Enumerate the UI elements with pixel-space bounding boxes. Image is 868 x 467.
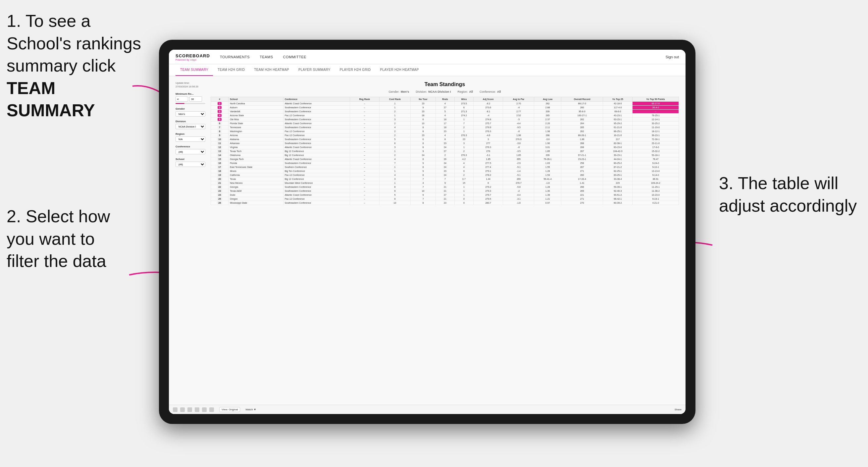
cell-conference: Pac-12 Conference: [283, 173, 350, 177]
cell-rnds: 23: [436, 129, 455, 133]
filter-gender: Gender Men's: [176, 107, 205, 117]
cell-reg-rank: –: [350, 114, 379, 118]
cell-avg-low: 2.37: [534, 118, 561, 122]
reload-icon[interactable]: [187, 407, 192, 412]
cell-conf-rank: 4: [379, 126, 411, 129]
division-select[interactable]: NCAA Division I: [176, 124, 205, 129]
cell-avg-to-par: 2.70: [503, 102, 534, 106]
nav-tournaments[interactable]: TOURNAMENTS: [220, 55, 250, 59]
cell-vs-top-25: 16-21-0: [603, 133, 632, 137]
cell-rank: 20: [211, 177, 228, 181]
cell-rnds: 23: [436, 201, 455, 205]
tab-player-h2h-heatmap[interactable]: PLAYER H2H HEATMAP: [376, 64, 424, 76]
share-button[interactable]: Share: [675, 408, 682, 411]
watch-button[interactable]: Watch ▼: [245, 408, 256, 411]
cell-rnds: 5: [436, 110, 455, 114]
cell-wins: 0: [454, 201, 473, 205]
cell-vs-top-25: 42-18-0: [603, 102, 632, 106]
cell-no-tour: 7: [411, 197, 436, 201]
cell-conference: Big Ten Conference: [283, 169, 350, 173]
col-no-tour: No Tour: [411, 97, 436, 102]
clock-icon[interactable]: [209, 407, 214, 412]
cell-school: Texas A&M: [228, 189, 283, 193]
filter-region-label: Region: [176, 132, 205, 135]
bookmark-icon[interactable]: [195, 407, 199, 412]
tab-player-h2h-grid[interactable]: PLAYER H2H GRID: [335, 64, 376, 76]
cell-school: Florida: [228, 161, 283, 165]
main-content: Update time: 27/03/2024 16:56:26 Minimum…: [169, 76, 685, 405]
cell-wins: 0: [454, 197, 473, 201]
view-original-button[interactable]: View: Original: [219, 407, 240, 412]
cell-reg-rank: –: [350, 133, 379, 137]
cell-conf-rank: 7: [379, 161, 411, 165]
filter-division: Division NCAA Division I: [176, 120, 205, 129]
cell-overall-record: 258: [561, 161, 603, 165]
cell-vs-top-25: 43-23-1: [603, 114, 632, 118]
school-select[interactable]: (All): [176, 162, 205, 167]
nav-back-icon[interactable]: [173, 407, 178, 412]
conference-select[interactable]: (All): [176, 149, 205, 154]
sign-out[interactable]: Sign out: [665, 55, 679, 59]
cell-overall-record: 265: [561, 126, 603, 129]
cell-reg-rank: –: [350, 181, 379, 185]
cell-overall-record: 88-17-0: [561, 102, 603, 106]
table-row: 9 Arizona Pac-12 Conference – 2 23 4 276…: [211, 133, 679, 137]
cell-wins: 6: [454, 106, 473, 110]
cell-adj-score: -4.6: [473, 133, 503, 137]
cell-school: Arkansas: [228, 142, 283, 146]
cell-no-tour: 23: [411, 133, 436, 137]
tab-team-h2h-grid[interactable]: TEAM H2H GRID: [213, 64, 249, 76]
rank-to-input[interactable]: [189, 96, 202, 102]
cell-reg-rank: –: [350, 193, 379, 197]
cell-conference: Southern Conference: [283, 165, 350, 169]
cell-avg-low: 2.88: [534, 106, 561, 110]
cell-no-tour: 6: [411, 118, 436, 122]
region-select[interactable]: N/A: [176, 136, 205, 142]
nav-committee[interactable]: COMMITTEE: [283, 55, 307, 59]
table-row: 7 Tennessee Southeastern Conference – 4 …: [211, 126, 679, 129]
cell-vs-top-25: 44-24-1: [603, 157, 632, 161]
cell-no-tour: 8: [411, 146, 436, 149]
share-toolbar-icon[interactable]: [202, 407, 207, 412]
tab-player-summary[interactable]: PLAYER SUMMARY: [294, 64, 335, 76]
cell-avg-to-par: -2.9: [503, 161, 534, 165]
cell-rank: 22: [211, 185, 228, 189]
cell-rnds: 24: [436, 165, 455, 169]
cell-conference: Big 12 Conference: [283, 177, 350, 181]
gender-select[interactable]: Men's: [176, 111, 205, 117]
cell-conference: Southeastern Conference: [283, 189, 350, 193]
cell-vs-top-25: 83-25-1: [603, 173, 632, 177]
cell-conf-rank: 3: [379, 146, 411, 149]
cell-vs-top-25: 59-39-1: [603, 185, 632, 189]
cell-school: North Carolina: [228, 102, 283, 106]
cell-adj-score: 276: [473, 149, 503, 153]
cell-wins: 1: [454, 189, 473, 193]
cell-school: Georgia: [228, 185, 283, 189]
cell-vs-top-25: 90-51-2: [603, 193, 632, 197]
cell-rnds: 9: [436, 181, 455, 185]
nav-teams[interactable]: TEAMS: [260, 55, 273, 59]
tab-team-h2h-heatmap[interactable]: TEAM H2H HEATMAP: [249, 64, 294, 76]
tab-team-summary[interactable]: TEAM SUMMARY: [176, 64, 213, 76]
rank-slider[interactable]: [176, 103, 205, 104]
cell-avg-low: 1.90: [534, 142, 561, 146]
cell-reg-rank: –: [350, 189, 379, 193]
nav-forward-icon[interactable]: [180, 407, 185, 412]
col-wins: Wins: [454, 97, 473, 102]
cell-wins: 7: [454, 122, 473, 126]
cell-avg-low: 1.30: [534, 189, 561, 193]
cell-reg-rank: –: [350, 153, 379, 157]
cell-school: Oregon: [228, 197, 283, 201]
cell-adj-score: 6: [473, 181, 503, 185]
cell-vs-top-25: 82-38-1: [603, 142, 632, 146]
cell-avg-to-par: 1.98: [503, 133, 534, 137]
cell-overall-record: 270: [561, 201, 603, 205]
cell-reg-rank: –: [350, 122, 379, 126]
table-row: 16 Florida Southeastern Conference – 7 9…: [211, 161, 679, 165]
cell-conf-rank: 9: [379, 197, 411, 201]
rank-from-input[interactable]: [176, 96, 188, 102]
cell-rnds: 27: [436, 106, 455, 110]
cell-adj-score: 279.9: [473, 126, 503, 129]
cell-adj-score: 279.1: [473, 169, 503, 173]
cell-conf-rank: 1: [379, 102, 411, 106]
